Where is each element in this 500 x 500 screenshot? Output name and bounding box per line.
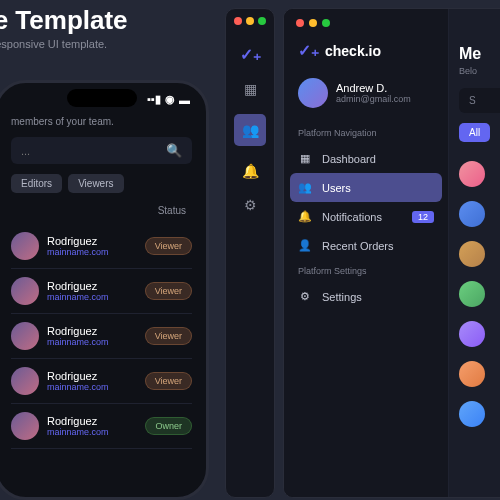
signal-icon: ▪▪▮ xyxy=(147,93,161,106)
minimize-icon[interactable] xyxy=(246,17,254,25)
close-icon[interactable] xyxy=(234,17,242,25)
bell-icon[interactable]: 🔔 xyxy=(241,162,259,180)
search-field[interactable] xyxy=(21,145,166,157)
content-panel: Me Belo S All xyxy=(449,9,500,497)
list-item[interactable] xyxy=(459,314,500,354)
sidebar-item-label: Recent Orders xyxy=(322,240,394,252)
avatar xyxy=(459,401,485,427)
member-email[interactable]: mainname.com xyxy=(47,427,109,437)
sidebar-item-label: Settings xyxy=(322,291,362,303)
list-item[interactable]: Rodriguezmainname.com Viewer xyxy=(11,314,192,359)
sidebar-item-recent-orders[interactable]: 👤 Recent Orders xyxy=(284,231,448,260)
sidebar-item-notifications[interactable]: 🔔 Notifications 12 xyxy=(284,202,448,231)
member-name: Rodriguez xyxy=(47,370,109,382)
window-main: ✓₊ check.io Andrew D. admin@gmail.com Pl… xyxy=(283,8,500,498)
status-badge: Owner xyxy=(145,417,192,435)
bell-icon: 🔔 xyxy=(298,210,312,223)
logo-icon[interactable]: ✓₊ xyxy=(240,45,261,64)
notification-count: 12 xyxy=(412,211,434,223)
list-item[interactable]: Rodriguezmainname.com Viewer xyxy=(11,359,192,404)
avatar xyxy=(459,361,485,387)
wifi-icon: ◉ xyxy=(165,93,175,106)
profile[interactable]: Andrew D. admin@gmail.com xyxy=(284,72,448,122)
sidebar-item-label: Notifications xyxy=(322,211,382,223)
member-email[interactable]: mainname.com xyxy=(47,337,109,347)
phone-notch xyxy=(67,89,137,107)
orders-icon: 👤 xyxy=(298,239,312,252)
member-email[interactable]: mainname.com xyxy=(47,247,109,257)
tab-all[interactable]: All xyxy=(459,123,490,142)
phone-mockup: ▪▪▮ ◉ ▬ members of your team. 🔍 Editors … xyxy=(0,80,209,500)
member-name: Rodriguez xyxy=(47,280,109,292)
status-badge: Viewer xyxy=(145,282,192,300)
logo-icon: ✓₊ xyxy=(298,41,319,60)
close-icon[interactable] xyxy=(296,19,304,27)
sidebar: ✓₊ check.io Andrew D. admin@gmail.com Pl… xyxy=(284,9,449,497)
status-badge: Viewer xyxy=(145,327,192,345)
member-name: Rodriguez xyxy=(47,235,109,247)
maximize-icon[interactable] xyxy=(258,17,266,25)
page-title: ive Template xyxy=(0,5,128,36)
avatar xyxy=(459,321,485,347)
list-item[interactable] xyxy=(459,194,500,234)
window-controls[interactable] xyxy=(226,9,274,33)
sidebar-item-dashboard[interactable]: ▦ Dashboard xyxy=(284,144,448,173)
panel-subtitle: Belo xyxy=(459,66,500,76)
nav-section-label: Platform Navigation xyxy=(284,122,448,144)
search-input[interactable]: 🔍 xyxy=(11,137,192,164)
member-email[interactable]: mainname.com xyxy=(47,382,109,392)
sidebar-item-users[interactable]: 👥 Users xyxy=(290,173,442,202)
brand[interactable]: ✓₊ check.io xyxy=(284,37,448,72)
avatar xyxy=(459,281,485,307)
list-item[interactable] xyxy=(459,394,500,434)
status-badge: Viewer xyxy=(145,237,192,255)
avatar xyxy=(459,241,485,267)
list-item[interactable]: Rodriguezmainname.com Viewer xyxy=(11,224,192,269)
member-name: Rodriguez xyxy=(47,415,109,427)
list-item[interactable]: Rodriguezmainname.com Viewer xyxy=(11,269,192,314)
users-icon: 👥 xyxy=(298,181,312,194)
avatar xyxy=(11,232,39,260)
avatar xyxy=(459,161,485,187)
list-item[interactable]: Rodriguezmainname.com Owner xyxy=(11,404,192,449)
page-subtitle: u & responsive UI template. xyxy=(0,38,128,50)
gear-icon: ⚙ xyxy=(298,290,312,303)
dashboard-icon: ▦ xyxy=(298,152,312,165)
avatar xyxy=(11,412,39,440)
phone-subtitle: members of your team. xyxy=(11,116,192,127)
sidebar-item-label: Dashboard xyxy=(322,153,376,165)
list-item[interactable] xyxy=(459,234,500,274)
nav-section-label: Platform Settings xyxy=(284,260,448,282)
avatar xyxy=(298,78,328,108)
sidebar-item-label: Users xyxy=(322,182,351,194)
gear-icon[interactable]: ⚙ xyxy=(241,196,259,214)
avatar xyxy=(11,367,39,395)
dashboard-icon[interactable]: ▦ xyxy=(241,80,259,98)
profile-email: admin@gmail.com xyxy=(336,94,411,104)
minimize-icon[interactable] xyxy=(309,19,317,27)
member-name: Rodriguez xyxy=(47,325,109,337)
status-badge: Viewer xyxy=(145,372,192,390)
avatar xyxy=(459,201,485,227)
list-item[interactable] xyxy=(459,274,500,314)
chip-viewers[interactable]: Viewers xyxy=(68,174,123,193)
sidebar-item-settings[interactable]: ⚙ Settings xyxy=(284,282,448,311)
search-input[interactable]: S xyxy=(459,88,500,113)
window-controls[interactable] xyxy=(284,9,448,37)
profile-name: Andrew D. xyxy=(336,82,411,94)
maximize-icon[interactable] xyxy=(322,19,330,27)
member-email[interactable]: mainname.com xyxy=(47,292,109,302)
brand-name: check.io xyxy=(325,43,381,59)
list-item[interactable] xyxy=(459,154,500,194)
window-narrow: ✓₊ ▦ 👥 🔔 ⚙ xyxy=(225,8,275,498)
list-item[interactable] xyxy=(459,354,500,394)
search-icon[interactable]: 🔍 xyxy=(166,143,182,158)
battery-icon: ▬ xyxy=(179,94,190,106)
panel-title: Me xyxy=(459,45,500,63)
column-status: Status xyxy=(11,205,192,216)
users-icon[interactable]: 👥 xyxy=(234,114,266,146)
chip-editors[interactable]: Editors xyxy=(11,174,62,193)
avatar xyxy=(11,277,39,305)
avatar xyxy=(11,322,39,350)
